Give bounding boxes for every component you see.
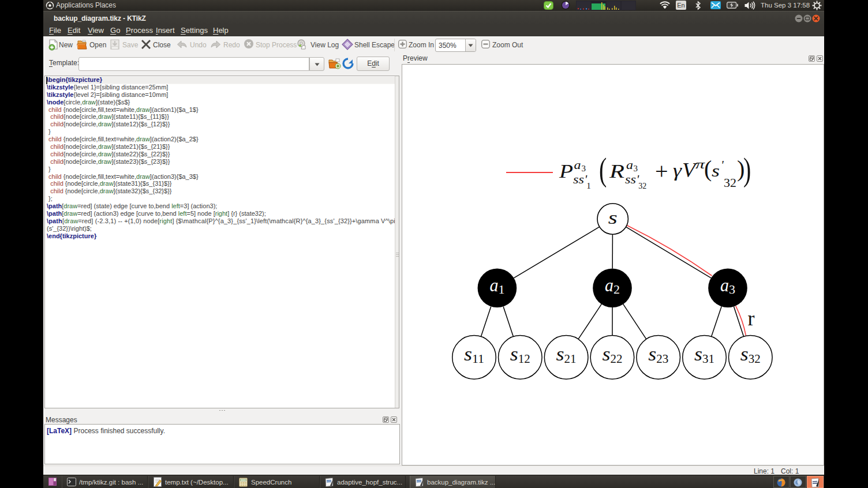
svg-text:s: s — [608, 207, 618, 228]
svg-text:1: 1 — [586, 181, 591, 190]
svg-text:a: a — [574, 159, 581, 171]
svg-text:': ' — [721, 157, 724, 172]
svg-text:γ: γ — [673, 160, 683, 181]
svg-text:+: + — [655, 158, 668, 184]
svg-text:r: r — [748, 307, 755, 330]
svg-text:(: ( — [599, 151, 607, 188]
svg-text:(: ( — [704, 156, 712, 182]
svg-text:a: a — [626, 159, 633, 171]
svg-text:32: 32 — [724, 177, 736, 189]
svg-text:ss: ss — [573, 173, 584, 186]
svg-text:32: 32 — [638, 181, 646, 190]
svg-text:P: P — [559, 160, 573, 182]
svg-text:): ) — [743, 151, 751, 188]
svg-text:ss: ss — [625, 173, 636, 186]
svg-text:s: s — [712, 161, 720, 180]
svg-text:R: R — [609, 160, 625, 182]
